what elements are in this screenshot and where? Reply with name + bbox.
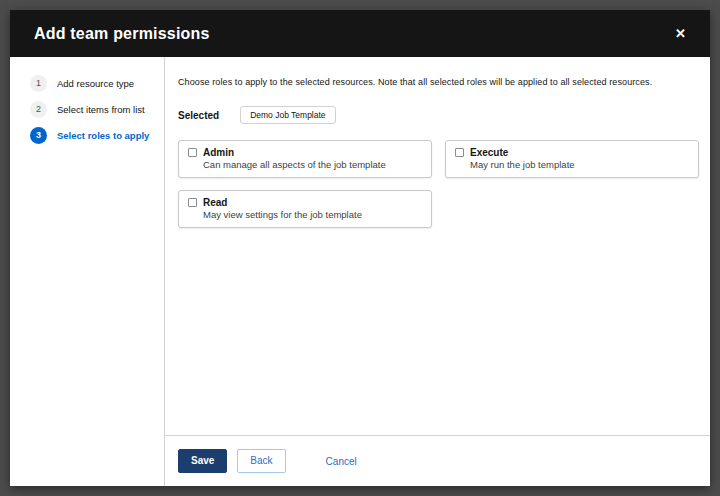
- cancel-button[interactable]: Cancel: [326, 456, 357, 467]
- wizard-step-select-roles[interactable]: 3 Select roles to apply: [30, 127, 156, 144]
- role-text: Read May view settings for the job templ…: [203, 196, 362, 221]
- step-number-badge: 1: [30, 75, 47, 92]
- role-name: Admin: [203, 146, 386, 159]
- wizard-step-select-items[interactable]: 2 Select items from list: [30, 101, 156, 118]
- role-text: Execute May run the job template: [470, 146, 575, 171]
- selected-label: Selected: [178, 110, 219, 121]
- role-text: Admin Can manage all aspects of the job …: [203, 146, 386, 171]
- execute-checkbox[interactable]: [455, 148, 464, 157]
- role-name: Execute: [470, 146, 575, 159]
- modal-footer: Save Back Cancel: [165, 435, 710, 486]
- close-icon[interactable]: ✕: [669, 23, 692, 44]
- modal-header: Add team permissions ✕: [10, 10, 710, 57]
- wizard-step-label: Select items from list: [57, 104, 145, 115]
- read-checkbox[interactable]: [188, 198, 197, 207]
- wizard-step-add-resource-type[interactable]: 1 Add resource type: [30, 75, 156, 92]
- wizard-step-label: Select roles to apply: [57, 130, 149, 141]
- step-number-badge: 3: [30, 127, 47, 144]
- role-card-execute[interactable]: Execute May run the job template: [445, 140, 699, 178]
- role-description: Can manage all aspects of the job templa…: [203, 159, 386, 171]
- role-card-read[interactable]: Read May view settings for the job templ…: [178, 190, 432, 228]
- role-card-admin[interactable]: Admin Can manage all aspects of the job …: [178, 140, 432, 178]
- role-name: Read: [203, 196, 362, 209]
- wizard-nav: 1 Add resource type 2 Select items from …: [10, 57, 165, 486]
- roles-grid: Admin Can manage all aspects of the job …: [178, 140, 699, 228]
- role-description: May view settings for the job template: [203, 209, 362, 221]
- modal-body: 1 Add resource type 2 Select items from …: [10, 57, 710, 486]
- modal-title: Add team permissions: [34, 25, 210, 43]
- wizard-content-column: Choose roles to apply to the selected re…: [165, 57, 710, 486]
- roles-step-content: Choose roles to apply to the selected re…: [165, 57, 710, 435]
- wizard-step-label: Add resource type: [57, 78, 134, 89]
- instruction-text: Choose roles to apply to the selected re…: [178, 77, 702, 87]
- selected-resources-row: Selected Demo Job Template: [178, 106, 702, 124]
- selected-resource-chip: Demo Job Template: [240, 106, 335, 124]
- admin-checkbox[interactable]: [188, 148, 197, 157]
- step-number-badge: 2: [30, 101, 47, 118]
- role-description: May run the job template: [470, 159, 575, 171]
- save-button[interactable]: Save: [178, 449, 227, 473]
- add-team-permissions-modal: Add team permissions ✕ 1 Add resource ty…: [10, 10, 710, 486]
- back-button[interactable]: Back: [237, 449, 285, 473]
